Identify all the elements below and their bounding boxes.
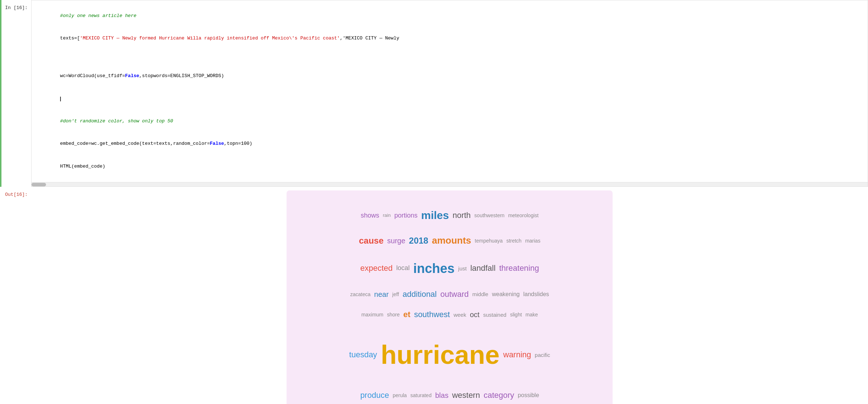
word-north: north <box>452 207 471 224</box>
word-slight: slight <box>510 309 522 320</box>
word-landfall: landfall <box>470 260 496 277</box>
word-miles: miles <box>421 203 449 227</box>
word-threatening: threatening <box>499 260 539 277</box>
word-2018: 2018 <box>409 231 428 251</box>
word-tempehuaya: tempehuaya <box>475 235 503 247</box>
output-content: showsrainportionsmilesnorthsouthwesternm… <box>31 187 868 404</box>
word-make: make <box>526 309 538 320</box>
output-label-text: Out[16]: <box>5 192 28 197</box>
wordcloud-row: tuesdayhurricanewarningpacific <box>301 325 598 384</box>
horizontal-scrollbar[interactable] <box>31 182 868 187</box>
code-line-7: HTML(embed_code) <box>60 164 105 169</box>
word-western: western <box>452 387 480 404</box>
output-label: Out[16]: <box>1 187 31 404</box>
word-week: week <box>454 309 466 321</box>
word-oct: oct <box>470 307 480 323</box>
input-cell-16: In [16]: #only one news article here tex… <box>0 0 868 187</box>
wordcloud-row: expectedlocalinchesjustlandfallthreateni… <box>301 253 598 283</box>
word-pacific: pacific <box>535 349 550 361</box>
word-maximum: maximum <box>362 309 384 320</box>
word-sustained: sustained <box>483 309 506 321</box>
wordcloud: showsrainportionsmilesnorthsouthwesternm… <box>287 190 613 404</box>
code-line-6: embed_code=wc.get_embed_code(text=texts,… <box>60 141 253 146</box>
wordcloud-row: maximumshoreetsouthwestweekoctsustaineds… <box>301 305 598 324</box>
word-warning: warning <box>503 346 531 363</box>
word-weakening: weakening <box>492 288 520 300</box>
word-portions: portions <box>394 209 417 223</box>
word-southwest: southwest <box>414 306 450 323</box>
word-meteorologist: meteorologist <box>508 210 539 221</box>
word-shore: shore <box>387 309 400 320</box>
word-hurricane: hurricane <box>381 326 500 383</box>
word-near: near <box>374 286 389 302</box>
word-shows: shows <box>361 209 379 223</box>
word-jeff: jeff <box>392 289 399 300</box>
word-blas: blas <box>435 387 448 403</box>
word-possible: possible <box>518 389 539 401</box>
wordcloud-row: showsrainportionsmilesnorthsouthwesternm… <box>301 203 598 228</box>
word-southwestern: southwestern <box>474 210 504 221</box>
input-label: In [16]: <box>1 0 31 187</box>
word-stretch: stretch <box>506 235 522 247</box>
wordcloud-row: zacatecanearjeffadditionaloutwardmiddlew… <box>301 285 598 304</box>
scrollbar-thumb[interactable] <box>32 183 46 186</box>
comment-line-2: #don't randomize color, show only top 50 <box>60 118 173 124</box>
word-produce: produce <box>360 387 389 404</box>
cursor <box>60 97 61 101</box>
word-marias: marias <box>525 235 541 247</box>
word-tuesday: tuesday <box>349 346 377 363</box>
wordcloud-row: produceperulasaturatedblaswesterncategor… <box>301 386 598 404</box>
word-et: et <box>403 306 410 323</box>
code-line-4: wc=WordCloud(use_tfidf=False,stopwords=E… <box>60 73 224 79</box>
output-cell-16: Out[16]: showsrainportionsmilesnorthsout… <box>0 187 868 404</box>
comment-line-1: #only one news article here <box>60 13 137 18</box>
word-rain: rain <box>383 210 391 221</box>
word-expected: expected <box>360 260 392 277</box>
word-perula: perula <box>393 390 407 401</box>
code-line-2: texts=['MEXICO CITY — Newly formed Hurri… <box>60 35 399 41</box>
word-just: just <box>458 262 467 274</box>
word-inches: inches <box>413 254 455 283</box>
word-cause: cause <box>359 231 384 251</box>
word-additional: additional <box>402 286 437 303</box>
wordcloud-row: causesurge2018amountstempehuayastretchma… <box>301 230 598 252</box>
word-surge: surge <box>387 233 405 249</box>
word-local: local <box>396 261 410 275</box>
code-content[interactable]: #only one news article here texts=['MEXI… <box>31 0 868 187</box>
word-amounts: amounts <box>432 230 471 251</box>
word-middle: middle <box>472 288 488 300</box>
word-category: category <box>484 387 514 404</box>
input-label-text: In [16]: <box>5 5 28 10</box>
word-outward: outward <box>440 286 468 303</box>
word-landslides: landslides <box>523 288 549 300</box>
word-zacateca: zacateca <box>350 289 371 300</box>
notebook: In [16]: #only one news article here tex… <box>0 0 868 404</box>
code-editor[interactable]: #only one news article here texts=['MEXI… <box>31 0 868 182</box>
word-saturated: saturated <box>410 390 431 401</box>
